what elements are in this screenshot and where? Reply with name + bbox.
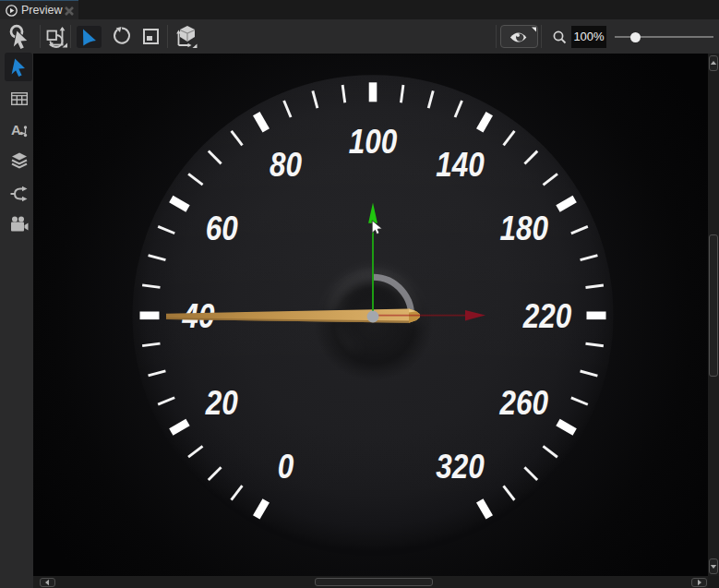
- svg-text:220: 220: [522, 296, 571, 334]
- svg-text:140: 140: [436, 145, 485, 183]
- svg-text:A: A: [11, 122, 21, 138]
- svg-text:320: 320: [436, 448, 485, 486]
- svg-text:60: 60: [206, 209, 238, 246]
- svg-text:0: 0: [278, 448, 294, 486]
- svg-text:80: 80: [270, 145, 302, 183]
- svg-text:260: 260: [499, 383, 548, 421]
- svg-text:180: 180: [499, 209, 548, 246]
- svg-text:20: 20: [205, 383, 238, 421]
- svg-text:100: 100: [349, 122, 398, 160]
